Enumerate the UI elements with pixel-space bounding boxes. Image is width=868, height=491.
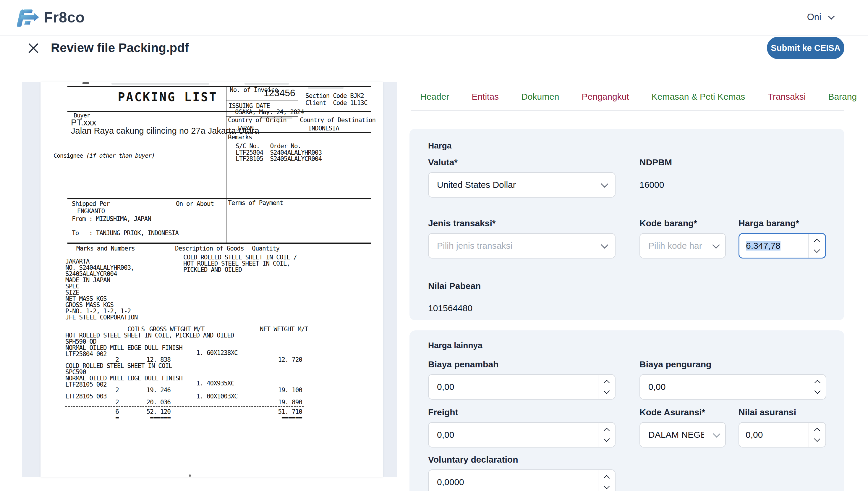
freight-stepper[interactable] bbox=[598, 423, 615, 447]
stepper-up-icon[interactable] bbox=[603, 428, 610, 434]
kode-asuransi-select[interactable]: DALAM NEGERI bbox=[640, 422, 726, 447]
biaya-pengurang-label: Biaya pengurang bbox=[640, 359, 711, 370]
tab-pengangkut[interactable]: Pengangkut bbox=[581, 88, 630, 111]
pdf-viewer[interactable]: PACKING LIST No. of Invoice 123456 ISSUI… bbox=[22, 82, 397, 477]
tab-transaksi[interactable]: Transaksi bbox=[767, 88, 807, 111]
biaya-penambah-stepper[interactable] bbox=[598, 375, 615, 399]
nilai-pabean-label: Nilai Pabean bbox=[428, 281, 481, 291]
voluntary-declaration-value: 0,0000 bbox=[437, 477, 464, 487]
stepper-down-icon[interactable] bbox=[814, 247, 820, 253]
biaya-pengurang-stepper[interactable] bbox=[809, 375, 826, 399]
description-line: COLD ROLLED STEEL SHEET IN COIL / bbox=[183, 254, 297, 261]
table-line bbox=[226, 100, 298, 101]
wt-net: 19. 890 bbox=[265, 399, 302, 406]
country-origin-value: JAPAN bbox=[236, 125, 253, 132]
stepper-down-icon[interactable] bbox=[603, 436, 610, 442]
stepper-up-icon[interactable] bbox=[603, 380, 610, 386]
marks-line: SIZE bbox=[65, 290, 79, 296]
kode-barang-select[interactable]: Pilih kode harga bbox=[640, 233, 726, 259]
marks-line: P-NO. 1-2, 1-2, 1-2 bbox=[65, 308, 131, 314]
scan-artifact bbox=[112, 83, 209, 85]
nilai-pabean-value: 101564480 bbox=[428, 303, 472, 313]
wt-eq: ====== bbox=[265, 415, 302, 422]
logo-text: Fr8co bbox=[44, 9, 85, 26]
harga-barang-stepper[interactable] bbox=[808, 234, 825, 258]
kode-asuransi-label: Kode Asuransi* bbox=[640, 407, 705, 417]
voluntary-declaration-stepper[interactable] bbox=[598, 470, 615, 491]
freight-value: 0,00 bbox=[437, 430, 454, 440]
marks-line: JAKARTA bbox=[65, 259, 90, 265]
submit-ke-ceisa-button[interactable]: Submit ke CEISA bbox=[767, 37, 844, 59]
stepper-up-icon[interactable] bbox=[814, 380, 820, 386]
scan-artifact bbox=[245, 83, 289, 85]
biaya-pengurang-input[interactable]: 0,00 bbox=[640, 374, 826, 400]
net-weight-header: NET WEIGHT M/T bbox=[260, 326, 308, 333]
wt-qty: 2 bbox=[94, 399, 119, 406]
user-menu[interactable]: Oni bbox=[807, 12, 834, 23]
wt-gross: 12. 838 bbox=[135, 357, 170, 363]
wt-total-gross: 52. 120 bbox=[135, 409, 170, 415]
biaya-penambah-label: Biaya penambah bbox=[428, 359, 498, 370]
tab-barang[interactable]: Barang bbox=[828, 88, 857, 111]
issuing-date-value: OSAKA, May. 24, 2024 bbox=[235, 109, 304, 115]
biaya-penambah-input[interactable]: 0,00 bbox=[428, 374, 616, 400]
tab-kemasan-peti-kemas[interactable]: Kemasan & Peti Kemas bbox=[651, 88, 746, 111]
voluntary-declaration-input[interactable]: 0,0000 bbox=[428, 469, 616, 491]
tab-entitas[interactable]: Entitas bbox=[471, 88, 499, 111]
sc-order-row: LTF28105 S2405ALALYCR004 bbox=[236, 156, 322, 162]
country-dest-label: Country of Destination bbox=[300, 117, 375, 123]
to-line: To : TANJUNG PRIOK, INDONESIA bbox=[72, 230, 179, 236]
jenis-transaksi-label: Jenis transaksi* bbox=[428, 218, 495, 228]
stepper-up-icon[interactable] bbox=[814, 428, 820, 434]
jenis-transaksi-placeholder: Pilih jenis transaksi bbox=[437, 241, 513, 251]
wt-item: LTF28105 002 bbox=[65, 381, 107, 388]
sc-order-row: LTF25804 S2404ALALYHR003 bbox=[236, 150, 322, 156]
tab-dokumen[interactable]: Dokumen bbox=[521, 88, 560, 111]
wt-gross: 19. 246 bbox=[135, 387, 170, 394]
harga-barang-input[interactable]: 6.347,78 bbox=[739, 233, 826, 259]
sc-order-header: S/C No. Order No. bbox=[236, 143, 301, 149]
wt-desc: SPC590 bbox=[65, 369, 86, 375]
invoice-number: 123456 bbox=[264, 88, 296, 98]
stepper-up-icon[interactable] bbox=[603, 475, 610, 481]
ndpbm-value: 16000 bbox=[640, 180, 664, 190]
freight-input[interactable]: 0,00 bbox=[428, 422, 616, 447]
tab-bar: Header Entitas Dokumen Pengangkut Kemasa… bbox=[420, 88, 868, 111]
total-divider bbox=[65, 406, 304, 407]
marks-line: NET MASS KGS bbox=[65, 296, 107, 302]
wt-qty: 2 bbox=[94, 357, 119, 363]
stepper-down-icon[interactable] bbox=[814, 388, 820, 394]
harga-card: Harga Valuta* United States Dollar NDPBM… bbox=[409, 129, 844, 320]
wt-total-net: 51. 710 bbox=[265, 409, 302, 415]
nilai-asuransi-input[interactable]: 0,00 bbox=[739, 422, 826, 447]
on-or-about-label: On or About bbox=[176, 201, 214, 207]
shipped-per-label: Shipped Per bbox=[72, 201, 110, 207]
harga-lainnya-card: Harga lainnya Biaya penambah 0,00 Biaya … bbox=[409, 330, 844, 491]
close-button[interactable] bbox=[26, 41, 40, 55]
wt-desc: COLD ROLLED STEEL SHEET IN COIL bbox=[65, 363, 172, 369]
country-dest-value: INDONESIA bbox=[308, 125, 339, 132]
scan-artifact bbox=[189, 474, 191, 477]
stepper-up-icon[interactable] bbox=[814, 239, 820, 245]
jenis-transaksi-select[interactable]: Pilih jenis transaksi bbox=[428, 233, 616, 259]
page-title: Review file Packing.pdf bbox=[51, 41, 189, 55]
wt-desc: HOT ROLLED STEEL SHEET IN COIL, PICKLED … bbox=[65, 333, 234, 339]
wt-total-qty: 6 bbox=[94, 409, 119, 415]
nilai-asuransi-stepper[interactable] bbox=[809, 423, 826, 447]
pdf-page: PACKING LIST No. of Invoice 123456 ISSUI… bbox=[40, 82, 383, 477]
valuta-select[interactable]: United States Dollar bbox=[428, 172, 616, 198]
table-line bbox=[67, 198, 371, 199]
stepper-down-icon[interactable] bbox=[814, 436, 820, 442]
valuta-label: Valuta* bbox=[428, 157, 458, 167]
description-line: PICKLED AND OILED bbox=[183, 267, 242, 273]
description-line: HOT ROLLED STEEL SHEET IN COIL, bbox=[183, 261, 290, 267]
wt-eq: ====== bbox=[135, 415, 170, 422]
wt-item: LTF28105 003 bbox=[65, 394, 107, 400]
tab-header[interactable]: Header bbox=[420, 88, 450, 111]
stepper-down-icon[interactable] bbox=[603, 388, 610, 394]
scan-artifact bbox=[308, 87, 344, 89]
stepper-down-icon[interactable] bbox=[603, 483, 610, 489]
kode-asuransi-value: DALAM NEGERI bbox=[648, 430, 704, 440]
chevron-down-icon bbox=[601, 241, 608, 249]
chevron-down-icon bbox=[828, 13, 835, 20]
